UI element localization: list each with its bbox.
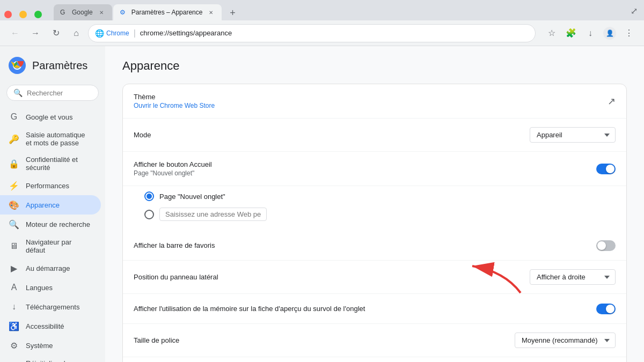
- sidebar-item-autofill[interactable]: 🔑 Saisie automatique et mots de passe: [0, 127, 101, 151]
- address-text: chrome://settings/appearance: [140, 29, 529, 37]
- sidebar-item-google[interactable]: G Google et vous: [0, 107, 101, 127]
- sidebar-label-search: Moteur de recherche: [26, 220, 90, 228]
- sidebar-label-languages: Langues: [26, 284, 53, 292]
- sidebar-item-downloads[interactable]: ↓ Téléchargements: [0, 297, 101, 316]
- sidebar-icon-performance: ⚡: [9, 180, 19, 191]
- bookmarks-bar-toggle[interactable]: [596, 240, 616, 251]
- sidebar-icon-browser: 🖥: [9, 241, 19, 252]
- address-separator: |: [134, 28, 136, 38]
- toggle-knob-home: [606, 165, 614, 173]
- forward-button[interactable]: →: [27, 25, 44, 42]
- sidebar-icon-accessibility: ♿: [9, 321, 19, 331]
- close-window-btn[interactable]: [4, 11, 12, 18]
- extend-icon[interactable]: ⤢: [628, 4, 640, 18]
- bookmarks-bar-row: Afficher la barre de favoris: [123, 231, 626, 261]
- font-size-select[interactable]: Très petite Petite Moyenne (recommandé) …: [515, 333, 616, 348]
- theme-info: Thème Ouvrir le Chrome Web Store: [134, 93, 215, 109]
- toggle-knob-memory: [606, 305, 614, 313]
- sidebar-item-appearance[interactable]: 🎨 Apparence: [0, 195, 101, 215]
- radio-new-tab[interactable]: [144, 191, 154, 201]
- sidebar-item-accessibility[interactable]: ♿ Accessibilité: [0, 316, 101, 336]
- title-bar: G Google ✕ ⚙ Paramètres – Apparence ✕ + …: [0, 0, 644, 20]
- sidebar-icon-privacy: 🔒: [9, 158, 19, 169]
- tab-close-settings[interactable]: ✕: [207, 8, 215, 17]
- search-input[interactable]: [27, 89, 92, 97]
- profile-button[interactable]: 👤: [601, 25, 618, 42]
- home-button-labels: Afficher le bouton Accueil Page "Nouvel …: [134, 160, 212, 177]
- profile-avatar: 👤: [603, 27, 616, 40]
- sidebar-icon-downloads: ↓: [9, 301, 19, 312]
- sidebar-label-privacy: Confidentialité et sécurité: [26, 156, 92, 172]
- customize-fonts-row[interactable]: Personnaliser les polices ›: [123, 357, 626, 362]
- sidebar-item-privacy[interactable]: 🔒 Confidentialité et sécurité: [0, 151, 101, 176]
- chrome-icon: 🌐: [95, 29, 104, 38]
- custom-url-input[interactable]: [159, 208, 267, 221]
- radio-custom[interactable]: [144, 210, 154, 219]
- sidebar-label-autofill: Saisie automatique et mots de passe: [26, 131, 92, 147]
- app-body: Paramètres 🔍 G Google et vous 🔑 Saisie a…: [0, 46, 644, 362]
- sidebar-icon-languages: A: [9, 282, 19, 293]
- home-button[interactable]: ⌂: [68, 25, 85, 42]
- sidebar-item-system[interactable]: ⚙ Système: [0, 336, 101, 355]
- side-panel-row: Position du panneau latéral Afficher à d…: [123, 261, 626, 294]
- sidebar-header: Paramètres: [0, 53, 105, 83]
- radio-row-custom: [144, 204, 616, 224]
- downloads-button[interactable]: ↓: [582, 25, 599, 42]
- external-link-icon[interactable]: ↗: [608, 95, 616, 107]
- sidebar-item-browser[interactable]: 🖥 Navigateur par défaut: [0, 234, 101, 258]
- radio-row-new-tab: Page "Nouvel onglet": [144, 188, 616, 204]
- mode-select[interactable]: Appareil Clair Sombre: [530, 127, 616, 143]
- page-title: Apparence: [122, 59, 627, 73]
- home-button-label: Afficher le bouton Accueil: [134, 160, 212, 168]
- home-button-row: Afficher le bouton Accueil Page "Nouvel …: [123, 152, 626, 186]
- sidebar-label-downloads: Téléchargements: [26, 303, 79, 311]
- window-extend: ⤢: [628, 4, 640, 20]
- sidebar-item-languages[interactable]: A Langues: [0, 278, 101, 297]
- chrome-badge: 🌐 Chrome: [95, 29, 129, 38]
- theme-sublabel[interactable]: Ouvrir le Chrome Web Store: [134, 102, 215, 109]
- sidebar-icon-appearance: 🎨: [9, 200, 19, 210]
- toolbar: ← → ↻ ⌂ 🌐 Chrome | chrome://settings/app…: [0, 20, 644, 46]
- refresh-button[interactable]: ↻: [47, 25, 64, 42]
- chrome-label: Chrome: [106, 29, 129, 37]
- address-bar[interactable]: 🌐 Chrome | chrome://settings/appearance: [88, 24, 536, 42]
- home-button-section: Afficher le bouton Accueil Page "Nouvel …: [123, 152, 626, 231]
- back-button[interactable]: ←: [6, 25, 24, 42]
- sidebar-label-browser: Navigateur par défaut: [26, 238, 92, 254]
- sidebar-item-startup[interactable]: ▶ Au démarrage: [0, 258, 101, 278]
- search-container: 🔍: [6, 85, 99, 101]
- sidebar-item-performance[interactable]: ⚡ Performances: [0, 176, 101, 195]
- sidebar-item-search[interactable]: 🔍 Moteur de recherche: [0, 215, 101, 234]
- minimize-window-btn[interactable]: [19, 11, 27, 18]
- extensions-button[interactable]: 🧩: [562, 25, 580, 42]
- search-icon: 🔍: [13, 88, 23, 97]
- chrome-logo: [9, 57, 26, 74]
- sidebar-icon-autofill: 🔑: [9, 134, 19, 144]
- sidebar-label-appearance: Apparence: [26, 201, 60, 209]
- toggle-knob-bookmarks: [597, 241, 606, 250]
- theme-title: Thème: [134, 93, 215, 101]
- memory-usage-toggle[interactable]: [596, 304, 616, 314]
- sidebar-icon-search: 🔍: [9, 219, 19, 230]
- memory-usage-row: Afficher l'utilisation de la mémoire sur…: [123, 294, 626, 324]
- sidebar-icon-startup: ▶: [9, 263, 19, 274]
- radio-group-home: Page "Nouvel onglet": [123, 186, 626, 231]
- sidebar-item-reset[interactable]: ↺ Réinitialiser les paramètres: [0, 355, 101, 362]
- radio-new-tab-label: Page "Nouvel onglet": [159, 193, 225, 201]
- side-panel-select[interactable]: Afficher à droite Afficher à gauche: [530, 269, 616, 285]
- tab-settings[interactable]: ⚙ Paramètres – Apparence ✕: [113, 4, 222, 20]
- side-panel-label: Position du panneau latéral: [134, 273, 218, 281]
- font-size-label: Taille de police: [134, 336, 179, 344]
- font-size-row: Taille de police Très petite Petite Moye…: [123, 324, 626, 357]
- new-tab-button[interactable]: +: [225, 5, 240, 20]
- tab-close-google[interactable]: ✕: [97, 8, 106, 17]
- tab-google[interactable]: G Google ✕: [54, 4, 112, 20]
- maximize-window-btn[interactable]: [34, 11, 42, 18]
- sidebar-label-accessibility: Accessibilité: [26, 322, 64, 330]
- tab-favicon-google: G: [60, 9, 68, 16]
- bookmark-button[interactable]: ☆: [543, 25, 560, 42]
- home-button-toggle[interactable]: [596, 164, 616, 174]
- sidebar-label-system: Système: [26, 342, 53, 350]
- menu-button[interactable]: ⋮: [620, 25, 638, 42]
- bookmarks-bar-label: Afficher la barre de favoris: [134, 241, 215, 249]
